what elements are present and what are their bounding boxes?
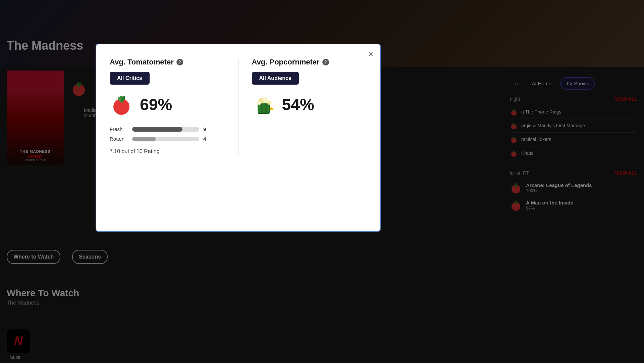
popcornmeter-score: 54% [282, 95, 314, 114]
fresh-count: 9 [203, 126, 209, 132]
rotten-count: 4 [203, 136, 209, 142]
popcornmeter-title: Avg. Popcornmeter ? [252, 58, 367, 66]
svg-point-25 [267, 101, 271, 105]
tomatometer-score-row: 69% [110, 93, 225, 116]
fresh-bar-fill [132, 127, 182, 132]
modal-close-button[interactable]: × [368, 50, 373, 58]
svg-rect-21 [265, 103, 267, 114]
tomatometer-title: Avg. Tomatometer ? [110, 58, 225, 66]
tomatometer-score: 69% [140, 95, 172, 114]
fresh-bar-row: Fresh 9 [110, 126, 225, 132]
popcornmeter-help-icon[interactable]: ? [322, 59, 329, 65]
popcorn-score-icon [252, 93, 275, 116]
svg-point-27 [262, 97, 267, 102]
tomato-score-icon [110, 93, 133, 116]
rotten-bar-track [132, 137, 199, 141]
modal-columns: Avg. Tomatometer ? All Critics 69% Fresh [110, 58, 367, 154]
rotten-bar-row: Rotten 4 [110, 136, 225, 142]
fresh-bar-track [132, 127, 199, 132]
score-modal: × Avg. Tomatometer ? All Critics 69% [96, 44, 381, 232]
rotten-bar-fill [132, 137, 156, 141]
rating-text: 7.10 out of 10 Rating [110, 148, 225, 154]
all-critics-button[interactable]: All Critics [110, 72, 150, 85]
rotten-label: Rotten [110, 136, 128, 142]
modal-divider [238, 58, 238, 154]
tomatometer-column: Avg. Tomatometer ? All Critics 69% Fresh [110, 58, 225, 154]
tomatometer-help-icon[interactable]: ? [176, 59, 183, 65]
popcornmeter-column: Avg. Popcornmeter ? All Audience [252, 58, 367, 154]
fresh-label: Fresh [110, 126, 128, 132]
svg-point-28 [269, 107, 273, 111]
svg-rect-20 [261, 103, 263, 114]
all-audience-button[interactable]: All Audience [252, 72, 299, 85]
popcornmeter-score-row: 54% [252, 93, 367, 116]
